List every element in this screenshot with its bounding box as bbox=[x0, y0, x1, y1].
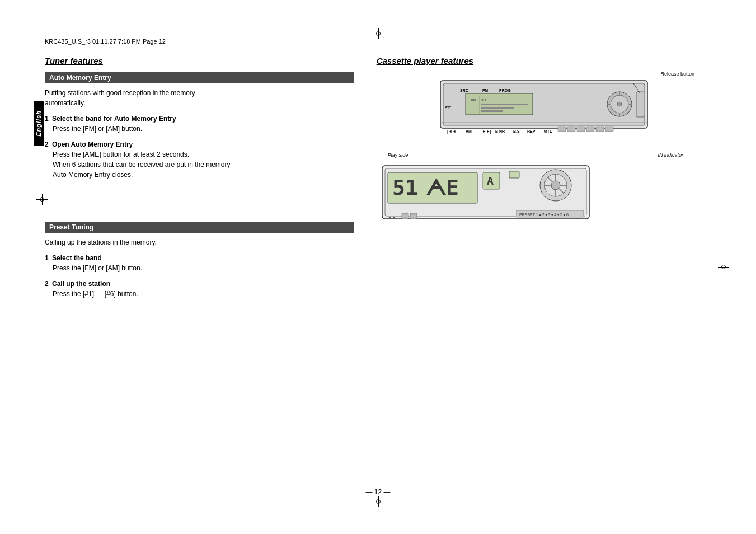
svg-text:MTL: MTL bbox=[544, 129, 552, 133]
svg-text:B.S: B.S bbox=[513, 129, 520, 133]
auto-memory-section: Auto Memory Entry Putting stations with … bbox=[45, 72, 354, 180]
svg-text:51: 51 bbox=[392, 175, 418, 200]
svg-text:PROG: PROG bbox=[499, 88, 511, 92]
svg-text:A: A bbox=[487, 174, 494, 188]
svg-rect-33 bbox=[596, 127, 604, 132]
crosshair-top bbox=[373, 28, 384, 39]
preset-step-2: 2 Call up the station Press the [#1] — [… bbox=[45, 279, 354, 299]
page-number: — 12 — bbox=[365, 488, 390, 496]
svg-text:►►|: ►►| bbox=[482, 129, 491, 134]
step-1: 1 Select the band for Auto Memory Entry … bbox=[45, 114, 354, 134]
svg-rect-34 bbox=[605, 127, 613, 132]
svg-text:◄◄: ◄◄ bbox=[388, 216, 396, 219]
content-area: Tuner features Auto Memory Entry Putting… bbox=[45, 56, 711, 489]
svg-text:|◄◄: |◄◄ bbox=[447, 129, 456, 134]
cassette-svg: 51 ᗅE A IN bbox=[377, 160, 595, 224]
svg-text:AM: AM bbox=[466, 129, 472, 133]
svg-rect-32 bbox=[586, 127, 594, 132]
cassette-illustration-container: Play side IN indicator 51 ᗅE A bbox=[377, 152, 711, 226]
preset-tuning-description: Calling up the stations in the memory. bbox=[45, 237, 354, 247]
svg-point-14 bbox=[617, 102, 622, 106]
svg-rect-19 bbox=[636, 92, 645, 117]
svg-text:FM: FM bbox=[482, 88, 488, 92]
left-column: Tuner features Auto Memory Entry Putting… bbox=[45, 56, 365, 489]
crosshair-left bbox=[36, 194, 48, 205]
preset-tuning-section: Preset Tuning Calling up the stations in… bbox=[45, 222, 354, 299]
svg-text:B NR: B NR bbox=[495, 129, 505, 133]
svg-rect-11 bbox=[481, 110, 503, 112]
svg-text:SRC: SRC bbox=[460, 88, 468, 92]
crosshair-right bbox=[718, 261, 729, 273]
auto-memory-description: Putting stations with good reception in … bbox=[45, 88, 354, 108]
svg-rect-56 bbox=[410, 213, 417, 219]
right-column: Cassette player features Release button … bbox=[365, 56, 711, 489]
svg-rect-55 bbox=[402, 213, 408, 219]
tuner-section-title: Tuner features bbox=[45, 56, 354, 65]
cassette-section-title: Cassette player features bbox=[377, 56, 711, 65]
step-2: 2 Open Auto Memory Entry Press the [AME]… bbox=[45, 139, 354, 180]
lang-tab: English bbox=[34, 101, 44, 146]
cassette-labels: Play side IN indicator bbox=[377, 152, 711, 158]
svg-text:ᗅE: ᗅE bbox=[426, 175, 459, 200]
svg-text:ATT: ATT bbox=[445, 106, 452, 109]
svg-rect-9 bbox=[481, 104, 528, 105]
preset-step-1: 1 Select the band Press the [FM] or [AM]… bbox=[45, 253, 354, 273]
svg-rect-29 bbox=[558, 127, 566, 132]
auto-memory-steps: 1 Select the band for Auto Memory Entry … bbox=[45, 114, 354, 180]
release-button-label: Release button bbox=[660, 71, 694, 77]
page-header: KRC435_U.S_r3 01.11.27 7:18 PM Page 12 bbox=[45, 38, 166, 45]
radio-svg: SRC FM PROG FM 88.1 bbox=[435, 72, 653, 139]
page-container: KRC435_U.S_r3 01.11.27 7:18 PM Page 12 E… bbox=[0, 0, 756, 534]
svg-text:88.1: 88.1 bbox=[481, 99, 486, 102]
svg-rect-44 bbox=[509, 171, 519, 178]
svg-text:REP: REP bbox=[527, 129, 536, 133]
preset-tuning-header: Preset Tuning bbox=[45, 222, 354, 233]
play-side-label: Play side bbox=[388, 152, 408, 158]
crosshair-bottom bbox=[373, 496, 384, 507]
preset-tuning-steps: 1 Select the band Press the [FM] or [AM]… bbox=[45, 253, 354, 299]
svg-rect-31 bbox=[577, 127, 585, 132]
in-indicator-label: IN indicator bbox=[658, 152, 683, 158]
auto-memory-header: Auto Memory Entry bbox=[45, 72, 354, 83]
svg-text:FM: FM bbox=[471, 99, 476, 102]
svg-rect-30 bbox=[567, 127, 575, 132]
svg-point-47 bbox=[551, 181, 560, 190]
svg-text:PRESET 1▲2▼3▼4▼5▼6: PRESET 1▲2▼3▼4▼5▼6 bbox=[519, 213, 569, 217]
svg-rect-10 bbox=[481, 107, 514, 109]
radio-device-illustration: Release button SRC FM PROG FM 88.1 bbox=[377, 72, 711, 141]
